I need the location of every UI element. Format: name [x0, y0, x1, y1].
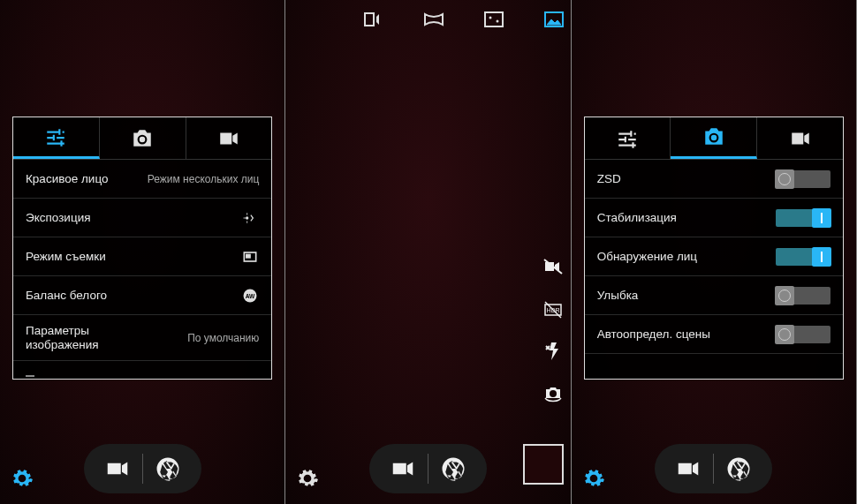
gear-icon — [582, 467, 605, 490]
settings-gear-button[interactable] — [11, 467, 34, 490]
gallery-thumbnail[interactable] — [523, 444, 564, 485]
mode-effects[interactable] — [482, 11, 505, 28]
row-label: Обнаружение лиц — [597, 250, 697, 263]
photo-shutter-button[interactable] — [714, 449, 763, 488]
bottom-bar — [572, 444, 856, 493]
row-stabilization[interactable]: Стабилизация — [585, 199, 843, 237]
photo-shutter-button[interactable] — [143, 449, 193, 488]
photo-mode-icon — [542, 11, 565, 28]
panorama-icon — [422, 11, 445, 28]
gear-icon — [11, 467, 34, 490]
settings-tabs — [13, 117, 271, 160]
row-scene-detect[interactable]: Автоопредел. сцены — [585, 315, 843, 354]
awb-icon: AW — [241, 287, 259, 305]
video-icon — [675, 455, 702, 482]
screen-settings-photo: ZSD Стабилизация Обнаружение лиц Улыбка … — [572, 0, 857, 504]
partial-row-indicator — [26, 375, 34, 377]
row-label: Экспозиция — [26, 211, 91, 224]
shutter-group — [84, 444, 201, 493]
toggle-face-detection[interactable] — [776, 248, 830, 266]
photo-shutter-button[interactable] — [428, 449, 478, 488]
screen-settings-general: Красивое лицо Режим нескольких лиц Экспо… — [0, 0, 285, 504]
quick-hdr[interactable]: HDR — [542, 298, 564, 320]
settings-rows: Красивое лицо Режим нескольких лиц Экспо… — [13, 160, 271, 361]
mode-live[interactable] — [362, 11, 385, 28]
svg-rect-6 — [485, 12, 503, 26]
row-label: ZSD — [597, 172, 621, 185]
tab-photo[interactable] — [671, 117, 757, 159]
row-label: Параметры изображения — [26, 324, 99, 351]
toggle-stabilization[interactable] — [776, 209, 830, 227]
shutter-group — [369, 444, 487, 493]
toggle-smile[interactable] — [776, 287, 830, 305]
frame-icon — [241, 248, 259, 266]
row-image-params[interactable]: Параметры изображения По умолчанию — [13, 315, 271, 361]
row-label: Улыбка — [597, 289, 639, 302]
video-icon — [104, 455, 131, 482]
row-value: По умолчанию — [99, 332, 260, 344]
row-label: Автоопредел. сцены — [597, 327, 710, 341]
sliders-icon — [616, 127, 639, 150]
row-face-detection[interactable]: Обнаружение лиц — [585, 237, 843, 276]
settings-tabs — [585, 117, 843, 160]
tab-photo[interactable] — [100, 117, 186, 159]
row-value: Режим нескольких лиц — [108, 173, 259, 185]
svg-point-0 — [246, 216, 248, 219]
settings-gear-button[interactable] — [296, 467, 319, 490]
row-label: Красивое лицо — [26, 172, 108, 185]
hdr-off-icon: HDR — [542, 298, 564, 320]
tab-general[interactable] — [13, 117, 100, 159]
aperture-icon — [725, 455, 752, 482]
video-record-button[interactable] — [664, 449, 713, 488]
bottom-bar — [285, 444, 570, 493]
aperture-icon — [440, 455, 466, 482]
settings-rows: ZSD Стабилизация Обнаружение лиц Улыбка … — [585, 160, 843, 354]
live-icon — [362, 11, 385, 28]
video-icon — [217, 127, 240, 150]
toggle-scene-detect[interactable] — [776, 326, 830, 343]
mode-photo[interactable] — [542, 11, 565, 28]
aperture-icon — [155, 455, 181, 482]
video-icon — [390, 455, 416, 482]
flash-off-icon — [542, 341, 564, 362]
row-smile[interactable]: Улыбка — [585, 276, 843, 315]
svg-rect-2 — [246, 254, 250, 257]
video-record-button[interactable] — [93, 449, 142, 488]
gear-icon — [296, 467, 319, 490]
sliders-icon — [44, 125, 67, 148]
row-beauty-face[interactable]: Красивое лицо Режим нескольких лиц — [13, 160, 271, 199]
quick-mute-video[interactable] — [542, 256, 564, 277]
video-icon — [789, 127, 812, 150]
screen-camera-viewfinder: HDR — [285, 0, 571, 504]
quick-settings-column: HDR — [542, 256, 564, 404]
row-zsd[interactable]: ZSD — [585, 160, 843, 199]
shutter-group — [655, 444, 772, 493]
row-label: Режим съемки — [26, 250, 106, 263]
row-capture-mode[interactable]: Режим съемки — [13, 237, 271, 276]
svg-text:AW: AW — [246, 292, 255, 298]
row-white-balance[interactable]: Баланс белого AW — [13, 276, 271, 315]
switch-camera-icon — [542, 383, 564, 404]
tab-general[interactable] — [585, 117, 671, 159]
settings-panel: ZSD Стабилизация Обнаружение лиц Улыбка … — [584, 117, 844, 380]
video-record-button[interactable] — [378, 449, 428, 488]
settings-gear-button[interactable] — [582, 467, 605, 490]
quick-flash[interactable] — [542, 341, 564, 362]
tab-video[interactable] — [186, 117, 272, 159]
bottom-bar — [0, 444, 284, 493]
camera-icon — [702, 125, 725, 148]
row-exposure[interactable]: Экспозиция — [13, 199, 271, 237]
svg-rect-5 — [365, 13, 374, 26]
mode-panorama[interactable] — [422, 11, 445, 28]
exposure-icon — [241, 209, 259, 227]
camera-icon — [131, 127, 154, 150]
quick-switch-camera[interactable] — [542, 383, 564, 404]
settings-panel: Красивое лицо Режим нескольких лиц Экспо… — [12, 117, 272, 380]
row-label: Стабилизация — [597, 211, 677, 224]
toggle-zsd[interactable] — [776, 170, 830, 188]
svg-point-7 — [489, 17, 491, 19]
mute-video-icon — [542, 256, 564, 277]
svg-point-8 — [496, 20, 498, 23]
capture-mode-bar — [285, 4, 570, 35]
tab-video[interactable] — [757, 117, 843, 159]
